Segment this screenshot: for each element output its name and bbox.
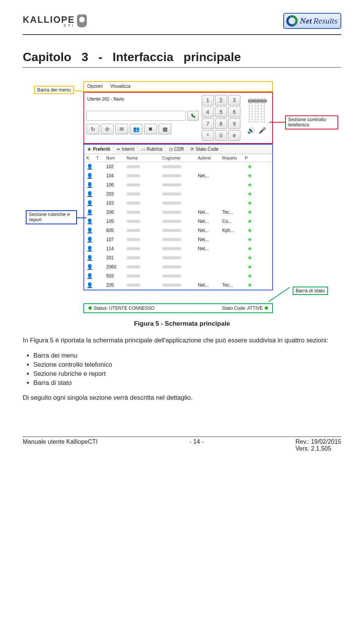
col-aziend[interactable]: Aziend — [198, 156, 221, 160]
contacts-icon: 👥 — [133, 126, 140, 132]
col-t[interactable]: T — [96, 156, 105, 160]
netresults-text-b: Results — [313, 16, 337, 26]
dial-input[interactable] — [86, 111, 186, 121]
cell-num: 205 — [106, 282, 125, 288]
col-num[interactable]: Num — [106, 156, 125, 160]
bullet-2: Sezione controllo telefonico — [33, 361, 341, 369]
favorite-star-icon[interactable]: ★ — [245, 245, 254, 252]
person-icon: 👤 — [86, 236, 95, 243]
footer-left: Manuale utente KalliopeCTI — [23, 438, 97, 445]
key-9[interactable]: 9 — [228, 118, 240, 129]
tab-rubrica[interactable]: ▭Rubrica — [138, 145, 166, 154]
favorite-star-icon[interactable]: ★ — [245, 172, 254, 179]
cell-reparto: Co... — [222, 219, 243, 224]
volume-slider-1[interactable] — [249, 98, 253, 123]
key-5[interactable]: 5 — [215, 107, 227, 117]
status-right-text: Stato Code: ATTIVE — [222, 306, 263, 311]
favorite-star-icon[interactable]: ★ — [245, 273, 254, 279]
status-dot-right — [265, 306, 268, 310]
person-icon: 👤 — [86, 273, 95, 279]
menu-visualizza[interactable]: Visualizza — [110, 84, 131, 89]
table-row[interactable]: 👤206Net...Tec...★ — [84, 208, 272, 217]
table-row[interactable]: 👤114Net...★ — [84, 244, 272, 253]
bullet-4: Barra di stato — [33, 379, 341, 387]
cell-num: 107 — [106, 237, 125, 242]
table-row[interactable]: 👤503★ — [84, 271, 272, 281]
key-4[interactable]: 4 — [202, 107, 214, 117]
call-button[interactable] — [187, 111, 199, 121]
favorite-star-icon[interactable]: ★ — [245, 236, 254, 243]
key-7[interactable]: 7 — [202, 118, 214, 129]
speaker-icon[interactable]: 🔊 — [247, 127, 255, 134]
keypad: 1 2 3 4 5 6 7 8 9 * 0 # — [202, 95, 240, 141]
kalliope-logo: KALLIOPE CTI — [23, 14, 87, 27]
volume-slider-3[interactable] — [261, 98, 265, 123]
favorite-star-icon[interactable]: ★ — [245, 218, 254, 225]
cell-reparto: Tec... — [222, 282, 243, 288]
table-row[interactable]: 👤201★ — [84, 253, 272, 262]
cell-num: 2060 — [106, 264, 125, 270]
key-hash[interactable]: # — [228, 130, 240, 141]
table-row[interactable]: 👤605Net...Kph...★ — [84, 226, 272, 235]
redo-button[interactable]: ↻ — [86, 124, 99, 134]
table-row[interactable]: 👤102★ — [84, 162, 272, 171]
grid-icon: ▦ — [163, 126, 168, 132]
table-row[interactable]: 👤105Net...Co...★ — [84, 217, 272, 226]
tab-stato-code[interactable]: ⟳Stato Code — [187, 145, 222, 154]
col-nome[interactable]: Nome — [127, 156, 161, 160]
table-header: K T Num Nome Cognome Aziend Reparto P — [84, 154, 272, 162]
table-row[interactable]: 👤103★ — [84, 199, 272, 208]
key-3[interactable]: 3 — [228, 95, 240, 106]
table-row[interactable]: 👤106★ — [84, 180, 272, 189]
col-reparto[interactable]: Reparto — [222, 156, 243, 160]
menu-opzioni[interactable]: Opzioni — [87, 84, 103, 89]
col-k[interactable]: K — [86, 156, 95, 160]
key-star[interactable]: * — [202, 130, 214, 141]
cell-nome — [127, 164, 161, 169]
favorite-star-icon[interactable]: ★ — [245, 282, 254, 288]
table-row[interactable]: 👤203★ — [84, 189, 272, 199]
table-row[interactable]: 👤2060★ — [84, 262, 272, 271]
favorite-star-icon[interactable]: ★ — [245, 200, 254, 207]
redo-icon: ↻ — [91, 126, 95, 132]
col-p[interactable]: P — [245, 156, 254, 160]
statocode-icon: ⟳ — [190, 147, 194, 152]
favorite-star-icon[interactable]: ★ — [245, 227, 254, 234]
mute-button[interactable]: ✖ — [144, 124, 157, 134]
key-6[interactable]: 6 — [228, 107, 240, 117]
favorite-star-icon[interactable]: ★ — [245, 209, 254, 216]
status-left-text: Status: UTENTE CONNESSO — [94, 306, 155, 311]
key-0[interactable]: 0 — [215, 130, 227, 141]
cell-num: 102 — [106, 164, 125, 169]
cell-nome — [127, 200, 161, 206]
contacts-button[interactable]: 👥 — [130, 124, 143, 134]
bullet-1: Barra dei menu — [33, 352, 341, 359]
favorite-star-icon[interactable]: ★ — [245, 263, 254, 270]
col-cognome[interactable]: Cognome — [162, 156, 196, 160]
bullet-3: Sezione rubriche e report — [33, 370, 341, 378]
favorite-star-icon[interactable]: ★ — [245, 163, 254, 170]
favorite-star-icon[interactable]: ★ — [245, 191, 254, 197]
key-1[interactable]: 1 — [202, 95, 214, 106]
tab-interni[interactable]: ⇔Interni — [113, 145, 138, 154]
favorite-star-icon[interactable]: ★ — [245, 254, 254, 261]
table-row[interactable]: 👤107Net...★ — [84, 235, 272, 244]
mic-icon[interactable]: 🎤 — [259, 127, 266, 134]
table-row[interactable]: 👤205Net...Tec...★ — [84, 281, 272, 290]
tab-cdr[interactable]: ◷CDR — [166, 145, 187, 154]
key-2[interactable]: 2 — [215, 95, 227, 106]
app-window: Opzioni Visualizza Utente 202 - flavio — [83, 81, 273, 313]
cell-num: 206 — [106, 210, 125, 215]
voicemail-button[interactable]: ✉ — [115, 124, 128, 134]
favorite-star-icon[interactable]: ★ — [245, 181, 254, 188]
key-8[interactable]: 8 — [215, 118, 227, 129]
volume-slider-2[interactable] — [255, 98, 259, 123]
grid-button[interactable]: ▦ — [158, 124, 171, 134]
kalliope-sub-text: CTI — [64, 24, 75, 27]
rubrica-icon: ▭ — [141, 147, 145, 152]
tab-preferiti[interactable]: ★Preferiti — [84, 145, 113, 154]
cell-nome — [127, 282, 161, 288]
table-row[interactable]: 👤104Net...★ — [84, 171, 272, 180]
dnd-button[interactable]: ⊘ — [101, 124, 114, 134]
menu-bar-region: Opzioni Visualizza — [83, 81, 273, 92]
